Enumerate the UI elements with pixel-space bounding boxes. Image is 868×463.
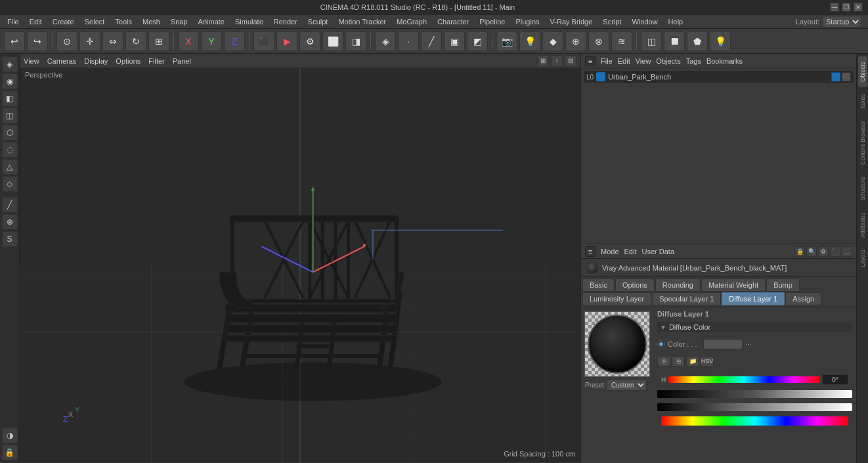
left-tool-7[interactable]: △ [2,159,18,175]
left-tool-3[interactable]: ◧ [2,91,18,106]
left-tool-lock[interactable]: 🔒 [2,445,18,460]
om-menu-bookmarks[interactable]: Bookmarks [706,57,743,65]
am-menu-mode[interactable]: Mode [601,248,619,255]
menu-simulate[interactable]: Simulate [230,16,268,27]
menu-edit[interactable]: Edit [25,16,47,27]
menu-pipeline[interactable]: Pipeline [475,16,510,27]
om-menu-tags[interactable]: Tags [686,57,701,65]
color-load-btn[interactable]: 📁 [686,356,699,366]
om-menu-file[interactable]: File [601,57,613,65]
menu-create[interactable]: Create [48,16,79,27]
deformer-button[interactable]: ⊕ [565,32,586,51]
menu-plugins[interactable]: Plugins [511,16,544,27]
live-select-button[interactable]: ⊙ [56,32,77,51]
rst-tab-layers[interactable]: Layers [858,244,867,273]
mode-object-button[interactable]: ◈ [375,32,396,51]
menu-character[interactable]: Character [433,16,473,27]
om-menu-edit[interactable]: Edit [618,57,630,65]
s-slider[interactable] [657,390,852,398]
render-settings-button[interactable]: ⚙ [299,32,320,51]
mode-point-button[interactable]: · [398,32,419,51]
viewport-menu-panel[interactable]: Panel [173,57,191,65]
tab-material-weight[interactable]: Material Weight [701,278,766,292]
viewport-menu-cameras[interactable]: Cameras [47,57,77,65]
v-slider[interactable] [657,403,852,411]
viewport-menu-options[interactable]: Options [116,57,141,65]
am-menu-userdata[interactable]: User Data [642,248,675,255]
light-toggle-button[interactable]: 💡 [710,32,731,51]
menu-sculpt[interactable]: Sculpt [303,16,333,27]
om-menu-view[interactable]: View [636,57,651,65]
menu-mesh[interactable]: Mesh [138,16,165,27]
attr-expand-icon[interactable]: ⬛ [830,246,840,257]
om-menu-objects[interactable]: Objects [656,57,680,65]
z-axis-button[interactable]: Z [224,32,245,51]
color-copy-btn[interactable]: ⎘ [657,356,670,366]
left-tool-10[interactable]: ⊕ [2,214,18,230]
left-tool-4[interactable]: ◫ [2,108,18,123]
object-button[interactable]: ◆ [542,32,563,51]
menu-motion-tracker[interactable]: Motion Tracker [334,16,391,27]
mode-edge-button[interactable]: ╱ [421,32,442,51]
display-mode-button[interactable]: ◫ [641,32,662,51]
object-row[interactable]: L0 Urban_Park_Bench [584,71,854,83]
color-swatch[interactable] [703,339,743,349]
scale-button[interactable]: ⇔ [102,32,123,51]
attr-more-icon[interactable]: … [842,246,852,257]
maximize-button[interactable]: ❐ [842,3,851,12]
tab-diffuse[interactable]: Diffuse Layer 1 [722,292,785,305]
tab-options[interactable]: Options [615,278,655,292]
viewport-menu-filter[interactable]: Filter [148,57,164,65]
effector-button[interactable]: ⊗ [588,32,609,51]
mode-uvw-button[interactable]: ◩ [467,32,488,51]
menu-file[interactable]: File [3,16,24,27]
attr-lock-icon[interactable]: 🔒 [794,246,805,257]
render-region-button[interactable]: ⬛ [253,32,274,51]
move-button[interactable]: ✛ [79,32,100,51]
menu-mograph[interactable]: MoGraph [392,16,431,27]
viewport-canvas[interactable]: X Y Z Perspective Grid Spacing : 100 cm [20,68,580,463]
redo-button[interactable]: ↪ [27,32,48,51]
left-tool-6[interactable]: ◌ [2,142,18,158]
attr-setting-icon[interactable]: ⚙ [818,246,829,257]
tab-rounding[interactable]: Rounding [655,278,701,292]
color-options[interactable]: ··· [745,340,751,348]
close-button[interactable]: ✕ [854,3,863,12]
rst-tab-attributes[interactable]: Attributes [858,208,867,243]
h-slider[interactable] [668,376,819,383]
viewport-menu-view[interactable]: View [24,57,39,65]
render-to-po-button[interactable]: ⬜ [322,32,343,51]
rst-tab-objects[interactable]: Objects [858,56,867,87]
viewport-ctrl-layout[interactable]: ⊟ [565,55,576,67]
mode-poly-button[interactable]: ▣ [444,32,465,51]
left-tool-9[interactable]: ╱ [2,197,18,213]
menu-select[interactable]: Select [80,16,110,27]
menu-tools[interactable]: Tools [110,16,137,27]
render-viewport-button[interactable]: ⬟ [687,32,708,51]
render-preview-button[interactable]: ◨ [345,32,366,51]
snap-toggle-button[interactable]: 🔲 [664,32,685,51]
color-radio[interactable] [657,340,665,348]
menu-help[interactable]: Help [664,16,688,27]
rst-tab-takes[interactable]: Takes [858,89,867,115]
tab-bump[interactable]: Bump [766,278,800,292]
color-spectrum-bar[interactable] [661,416,848,426]
transform-button[interactable]: ⊞ [148,32,169,51]
viewport-ctrl-up[interactable]: ↑ [551,55,563,67]
menu-animate[interactable]: Animate [194,16,229,27]
tab-basic[interactable]: Basic [582,278,615,292]
left-tool-12[interactable]: ◑ [2,428,18,443]
menu-window[interactable]: Window [627,16,662,27]
rst-tab-structure[interactable]: Structure [858,171,867,206]
tab-specular[interactable]: Specular Layer 1 [652,292,721,305]
x-axis-button[interactable]: X [178,32,199,51]
viewport-menu-display[interactable]: Display [84,57,108,65]
tab-luminosity[interactable]: Luminosity Layer [582,292,651,305]
y-axis-button[interactable]: Y [201,32,222,51]
camera-button[interactable]: 📷 [496,32,517,51]
left-tool-5[interactable]: ⬡ [2,125,18,141]
rotate-button[interactable]: ↻ [125,32,146,51]
left-tool-2[interactable]: ◉ [2,74,18,89]
menu-vray[interactable]: V-Ray Bridge [546,16,597,27]
menu-script[interactable]: Script [598,16,626,27]
